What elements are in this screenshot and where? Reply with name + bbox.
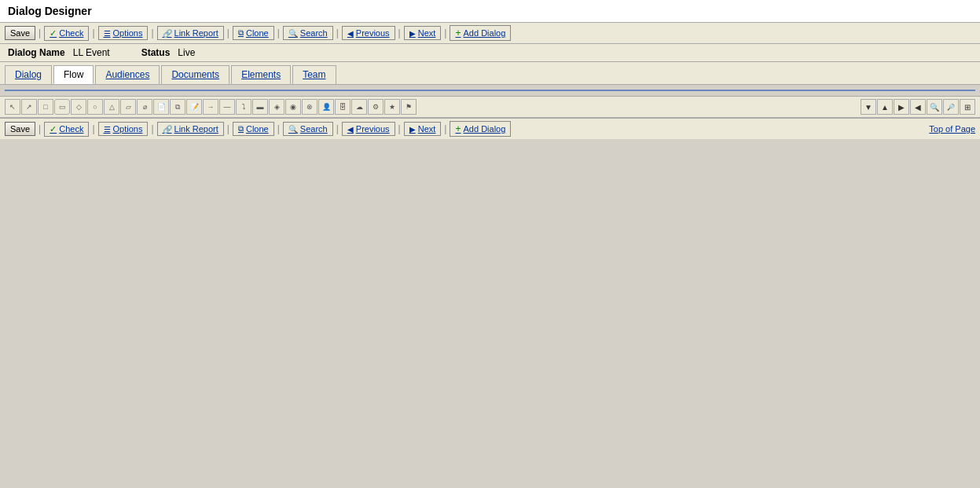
fit-nav[interactable]: ⊞ bbox=[960, 99, 975, 115]
zoom-out-nav[interactable]: 🔎 bbox=[943, 99, 959, 115]
bottom-add-icon: + bbox=[455, 123, 461, 134]
app-title: Dialog Designer bbox=[8, 5, 92, 17]
top-toolbar: Save | ✓ Check | ☰ Options | 🔗 Link Repo… bbox=[0, 23, 980, 44]
tab-flow[interactable]: Flow bbox=[53, 65, 94, 84]
previous-icon: ◀ bbox=[347, 29, 354, 38]
process-tool[interactable]: ▬ bbox=[252, 99, 268, 115]
bottom-clone-button[interactable]: ⧉ Clone bbox=[233, 122, 274, 136]
next-button[interactable]: ▶ Next bbox=[404, 26, 442, 40]
tabs-bar: Dialog Flow Audiences Documents Elements… bbox=[0, 62, 980, 85]
check-button[interactable]: ✓ Check bbox=[44, 26, 89, 41]
title-bar: Dialog Designer bbox=[0, 0, 980, 23]
connector-tool[interactable]: ⤵ bbox=[236, 99, 251, 115]
link-icon: 🔗 bbox=[163, 29, 172, 38]
bottom-options-button[interactable]: ☰ Options bbox=[98, 122, 149, 136]
note-tool[interactable]: 📝 bbox=[186, 99, 202, 115]
save-button[interactable]: Save bbox=[5, 26, 35, 40]
diamond-tool[interactable]: ◇ bbox=[71, 99, 86, 115]
end-tool[interactable]: ⊗ bbox=[302, 99, 317, 115]
options-icon: ☰ bbox=[104, 29, 111, 38]
tab-elements[interactable]: Elements bbox=[231, 65, 291, 84]
flow-canvas[interactable]: Evt On Trigger DTT bbox=[5, 90, 975, 91]
line-tool[interactable]: — bbox=[219, 99, 235, 115]
clone-button[interactable]: ⧉ Clone bbox=[233, 26, 274, 40]
back-nav[interactable]: ◀ bbox=[910, 99, 926, 115]
zoom-in-nav[interactable]: 🔍 bbox=[927, 99, 942, 115]
previous-button[interactable]: ◀ Previous bbox=[342, 26, 395, 40]
tab-audiences[interactable]: Audiences bbox=[95, 65, 160, 84]
clone-icon: ⧉ bbox=[238, 28, 244, 38]
status-badge: Live bbox=[178, 47, 195, 58]
arrow-tool[interactable]: → bbox=[203, 99, 218, 115]
bottom-link-icon: 🔗 bbox=[163, 125, 172, 134]
bottom-search-button[interactable]: 🔍 Search bbox=[283, 122, 333, 136]
bottom-options-icon: ☰ bbox=[104, 125, 111, 134]
bottom-clone-icon: ⧉ bbox=[238, 124, 244, 134]
start-tool[interactable]: ◉ bbox=[285, 99, 301, 115]
dropdown-nav[interactable]: ▼ bbox=[861, 99, 876, 115]
add-icon: + bbox=[455, 28, 461, 39]
bottom-toolbar: ↖ ↗ □ ▭ ◇ ○ △ ▱ ⌀ 📄 ⧉ 📝 → — ⤵ ▬ ◈ ◉ ⊗ 👤 … bbox=[0, 96, 980, 118]
bottom-previous-icon: ◀ bbox=[347, 125, 354, 134]
multi-doc-tool[interactable]: ⧉ bbox=[170, 99, 185, 115]
bottom-check-icon: ✓ bbox=[50, 124, 57, 134]
document-tool[interactable]: 📄 bbox=[153, 99, 169, 115]
cloud-tool[interactable]: ☁ bbox=[351, 99, 367, 115]
gear-tool[interactable]: ⚙ bbox=[368, 99, 384, 115]
database-tool[interactable]: 🗄 bbox=[335, 99, 351, 115]
parallelogram-tool[interactable]: ▱ bbox=[120, 99, 136, 115]
options-button[interactable]: ☰ Options bbox=[98, 26, 149, 40]
oval-tool[interactable]: ○ bbox=[87, 99, 103, 115]
tab-team[interactable]: Team bbox=[292, 65, 336, 84]
bottom-next-button[interactable]: ▶ Next bbox=[404, 122, 442, 136]
top-of-page-link[interactable]: Top of Page bbox=[929, 124, 975, 134]
bottom-save-button[interactable]: Save bbox=[5, 122, 35, 136]
bottom-bar-actions: Save | ✓ Check | ☰ Options | 🔗 Link Repo… bbox=[5, 121, 511, 137]
pointer-tool[interactable]: ↗ bbox=[21, 99, 37, 115]
bottom-bar: Save | ✓ Check | ☰ Options | 🔗 Link Repo… bbox=[0, 118, 980, 139]
search-icon: 🔍 bbox=[288, 29, 298, 38]
up-nav[interactable]: ▲ bbox=[877, 99, 893, 115]
flag-tool[interactable]: ⚑ bbox=[401, 99, 417, 115]
add-dialog-button[interactable]: + Add Dialog bbox=[450, 25, 511, 41]
status-field: Status Live bbox=[141, 47, 196, 58]
drawing-tools: ↖ ↗ □ ▭ ◇ ○ △ ▱ ⌀ 📄 ⧉ 📝 → — ⤵ ▬ ◈ ◉ ⊗ 👤 … bbox=[5, 99, 417, 115]
bottom-search-icon: 🔍 bbox=[288, 125, 298, 134]
rect-tool[interactable]: □ bbox=[38, 99, 53, 115]
bottom-next-icon: ▶ bbox=[409, 125, 416, 134]
play-nav[interactable]: ▶ bbox=[894, 99, 909, 115]
nav-tools: ▼ ▲ ▶ ◀ 🔍 🔎 ⊞ bbox=[861, 99, 975, 115]
cursor-tool[interactable]: ↖ bbox=[5, 99, 20, 115]
rounded-rect-tool[interactable]: ▭ bbox=[54, 99, 70, 115]
link-report-button[interactable]: 🔗 Link Report bbox=[157, 26, 224, 40]
decision-tool[interactable]: ◈ bbox=[269, 99, 284, 115]
info-bar: Dialog Name LL Event Status Live bbox=[0, 44, 980, 62]
check-icon: ✓ bbox=[50, 28, 57, 39]
tab-dialog[interactable]: Dialog bbox=[5, 65, 52, 84]
star-tool[interactable]: ★ bbox=[384, 99, 400, 115]
bottom-previous-button[interactable]: ◀ Previous bbox=[342, 122, 395, 136]
triangle-tool[interactable]: △ bbox=[104, 99, 119, 115]
search-button[interactable]: 🔍 Search bbox=[283, 26, 333, 40]
bottom-check-button[interactable]: ✓ Check bbox=[44, 122, 89, 137]
cylinder-tool[interactable]: ⌀ bbox=[137, 99, 152, 115]
next-icon: ▶ bbox=[409, 29, 416, 38]
actor-tool[interactable]: 👤 bbox=[318, 99, 334, 115]
bottom-link-report-button[interactable]: 🔗 Link Report bbox=[157, 122, 224, 136]
bottom-add-dialog-button[interactable]: + Add Dialog bbox=[450, 121, 511, 137]
tab-documents[interactable]: Documents bbox=[161, 65, 229, 84]
dialog-name-field: Dialog Name LL Event bbox=[8, 47, 110, 58]
